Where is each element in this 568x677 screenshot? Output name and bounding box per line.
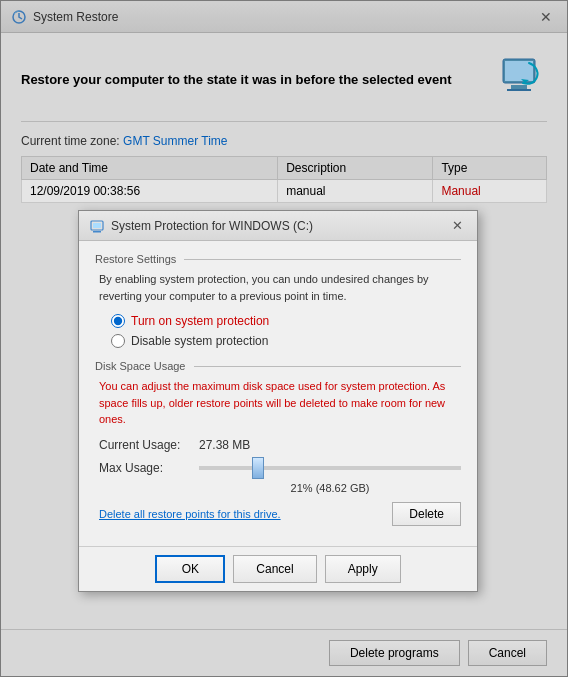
disk-space-slider[interactable] (199, 466, 461, 470)
dialog-close-button[interactable]: ✕ (447, 217, 467, 235)
radio-on-text: Turn on system protection (131, 314, 269, 328)
radio-off-text: Disable system protection (131, 334, 268, 348)
restore-settings-desc: By enabling system protection, you can u… (95, 271, 461, 304)
max-usage-row: Max Usage: (95, 458, 461, 478)
max-usage-label: Max Usage: (99, 461, 199, 475)
disk-space-desc: You can adjust the maximum disk space us… (95, 378, 461, 428)
svg-rect-8 (93, 231, 101, 233)
system-protection-dialog: System Protection for WINDOWS (C:) ✕ Res… (78, 210, 478, 592)
delete-button[interactable]: Delete (392, 502, 461, 526)
apply-button[interactable]: Apply (325, 555, 401, 583)
restore-settings-header: Restore Settings (95, 253, 461, 265)
radio-turn-on-label[interactable]: Turn on system protection (111, 314, 461, 328)
current-usage-value: 27.38 MB (199, 438, 250, 452)
delete-row: Delete all restore points for this drive… (95, 502, 461, 526)
dialog-title-text: System Protection for WINDOWS (C:) (111, 219, 313, 233)
delete-restore-points-link[interactable]: Delete all restore points for this drive… (99, 508, 281, 520)
disk-space-header: Disk Space Usage (95, 360, 461, 372)
radio-disable[interactable] (111, 334, 125, 348)
dialog-buttons: OK Cancel Apply (79, 546, 477, 591)
current-usage-row: Current Usage: 27.38 MB (95, 438, 461, 452)
dialog-cancel-button[interactable]: Cancel (233, 555, 316, 583)
ok-button[interactable]: OK (155, 555, 225, 583)
dialog-body: Restore Settings By enabling system prot… (79, 241, 477, 546)
slider-track (199, 458, 461, 478)
dialog-title-bar: System Protection for WINDOWS (C:) ✕ (79, 211, 477, 241)
slider-percent-label: 21% (48.62 GB) (95, 482, 461, 494)
radio-turn-on[interactable] (111, 314, 125, 328)
current-usage-label: Current Usage: (99, 438, 199, 452)
dialog-icon (89, 218, 105, 234)
svg-rect-7 (93, 223, 101, 228)
radio-disable-label[interactable]: Disable system protection (111, 334, 461, 348)
radio-group: Turn on system protection Disable system… (95, 314, 461, 348)
dialog-title-left: System Protection for WINDOWS (C:) (89, 218, 313, 234)
